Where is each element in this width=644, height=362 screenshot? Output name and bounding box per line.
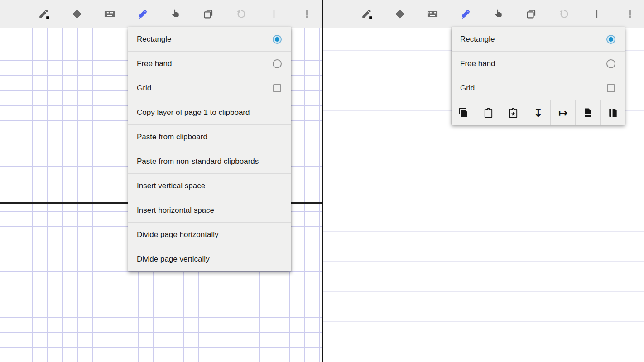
eraser-tool-button[interactable]	[389, 4, 410, 24]
menu-item-insert-horizontal-space[interactable]: Insert horizontal space	[128, 198, 291, 223]
radio-unselected-icon[interactable]	[606, 59, 615, 68]
checkbox-unchecked-icon[interactable]	[607, 84, 615, 92]
left-toolbar	[0, 0, 322, 28]
menu-item-label: Grid	[460, 84, 607, 93]
menu-item-label: Divide page horizontally	[137, 230, 282, 239]
menu-item-label: Insert horizontal space	[137, 206, 282, 215]
insert-vertical-space-button[interactable]: ↧	[526, 100, 551, 125]
copy-layer-icon	[458, 107, 469, 118]
overflow-menu-button[interactable]	[620, 4, 640, 24]
menu-item-label: Grid	[137, 84, 273, 93]
add-page-button[interactable]	[586, 4, 607, 24]
paste-clipboard-icon	[483, 108, 494, 118]
pen-tool-icon	[38, 8, 50, 20]
radio-selected-icon[interactable]	[606, 35, 615, 44]
duplicate-page-button[interactable]	[521, 4, 542, 24]
duplicate-page-icon	[202, 8, 214, 20]
paste-special-clipboard-icon	[508, 108, 519, 118]
right-note-pane: Rectangle Free hand Grid	[323, 0, 644, 362]
menu-item-label: Rectangle	[137, 35, 273, 44]
menu-item-free-hand[interactable]: Free hand	[452, 52, 625, 76]
menu-item-paste-nonstandard[interactable]: Paste from non-standard clipboards	[128, 149, 291, 174]
divide-page-vertically-icon	[607, 107, 618, 118]
undo-icon	[235, 8, 247, 20]
text-keyboard-tool-icon	[427, 8, 438, 20]
hand-pan-tool-icon	[170, 8, 182, 20]
divide-page-horizontally-button[interactable]	[576, 100, 601, 125]
menu-item-paste-clipboard[interactable]: Paste from clipboard	[128, 125, 291, 149]
left-note-pane: Rectangle Free hand Grid Copy layer of p…	[0, 0, 322, 362]
undo-icon	[558, 8, 570, 20]
left-toolbar-row	[34, 0, 317, 28]
add-page-icon	[591, 8, 603, 20]
undo-button[interactable]	[554, 4, 575, 24]
text-keyboard-tool-button[interactable]	[99, 4, 120, 24]
eraser-tool-button[interactable]	[67, 4, 87, 24]
duplicate-page-icon	[525, 8, 537, 20]
pen-tool-button[interactable]	[356, 4, 377, 24]
undo-button[interactable]	[231, 4, 252, 24]
paste-special-button[interactable]	[501, 100, 526, 125]
overflow-menu-icon	[624, 8, 636, 20]
hand-pan-tool-icon	[493, 8, 505, 20]
eraser-tool-icon	[71, 8, 83, 20]
left-tool-options-menu: Rectangle Free hand Grid Copy layer of p…	[128, 27, 291, 272]
insert-horizontal-space-icon: ↦	[558, 107, 568, 119]
text-keyboard-tool-icon	[104, 8, 115, 20]
menu-item-divide-page-vertically[interactable]: Divide page vertically	[128, 247, 291, 272]
right-toolbar	[323, 0, 644, 28]
menu-item-label: Insert vertical space	[137, 181, 282, 191]
paste-clipboard-button[interactable]	[476, 100, 501, 125]
highlighter-tool-button[interactable]	[132, 4, 153, 24]
menu-item-copy-layer[interactable]: Copy layer of page 1 to clipboard	[128, 100, 291, 125]
pane-divider	[322, 0, 323, 362]
menu-item-rectangle[interactable]: Rectangle	[452, 27, 625, 52]
radio-selected-icon[interactable]	[273, 35, 282, 44]
overflow-menu-icon	[301, 8, 313, 20]
divide-page-vertically-button[interactable]	[601, 100, 625, 125]
right-tool-options-menu: Rectangle Free hand Grid	[452, 27, 625, 125]
menu-item-divide-page-horizontally[interactable]: Divide page horizontally	[128, 223, 291, 247]
menu-item-label: Copy layer of page 1 to clipboard	[137, 108, 282, 117]
add-page-icon	[268, 8, 280, 20]
divide-page-horizontally-icon	[582, 107, 593, 118]
radio-unselected-icon[interactable]	[273, 59, 282, 68]
menu-item-label: Divide page vertically	[137, 255, 282, 264]
menu-item-free-hand[interactable]: Free hand	[128, 52, 291, 76]
pen-tool-icon	[361, 8, 373, 20]
insert-vertical-space-icon: ↧	[533, 107, 543, 119]
hand-pan-tool-button[interactable]	[165, 4, 186, 24]
highlighter-tool-button[interactable]	[455, 4, 476, 24]
insert-horizontal-space-button[interactable]: ↦	[551, 100, 576, 125]
eraser-tool-icon	[394, 8, 406, 20]
menu-item-grid[interactable]: Grid	[452, 76, 625, 100]
menu-item-label: Paste from non-standard clipboards	[137, 157, 282, 166]
right-toolbar-row	[356, 0, 640, 28]
highlighter-tool-icon	[460, 8, 471, 20]
overflow-menu-button[interactable]	[297, 4, 317, 24]
menu-item-label: Free hand	[137, 59, 273, 68]
clipboard-actions-icon-row: ↧ ↦	[452, 100, 625, 125]
menu-item-label: Paste from clipboard	[137, 133, 282, 142]
highlighter-tool-icon	[137, 8, 149, 20]
text-keyboard-tool-button[interactable]	[422, 4, 443, 24]
duplicate-page-button[interactable]	[198, 4, 219, 24]
menu-item-insert-vertical-space[interactable]: Insert vertical space	[128, 174, 291, 198]
menu-item-rectangle[interactable]: Rectangle	[128, 27, 291, 52]
menu-item-label: Rectangle	[460, 35, 606, 44]
hand-pan-tool-button[interactable]	[488, 4, 509, 24]
checkbox-unchecked-icon[interactable]	[273, 84, 281, 92]
menu-item-label: Free hand	[460, 59, 606, 68]
pen-tool-button[interactable]	[34, 4, 54, 24]
menu-item-grid[interactable]: Grid	[128, 76, 291, 100]
copy-layer-button[interactable]	[452, 100, 476, 125]
add-page-button[interactable]	[264, 4, 284, 24]
